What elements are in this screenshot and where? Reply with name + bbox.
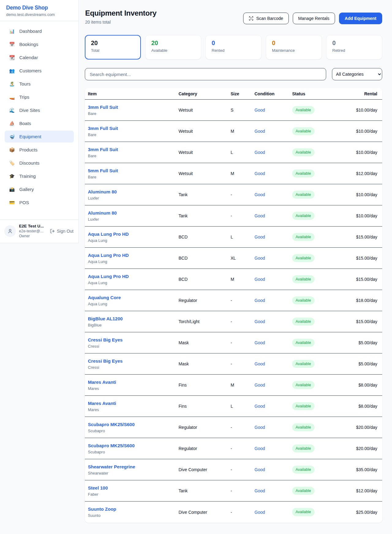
sidebar-item-pos[interactable]: 💳 POS xyxy=(5,196,74,208)
table-row: Mares Avanti Mares Fins L Good Available… xyxy=(85,396,382,417)
scan-barcode-button[interactable]: Scan Barcode xyxy=(243,13,289,24)
item-size: M xyxy=(231,171,254,176)
header-actions: Scan Barcode Manage Rentals Add Equipmen… xyxy=(243,13,382,24)
page-title: Equipment Inventory xyxy=(85,9,156,17)
sidebar-item-customers[interactable]: 👥 Customers xyxy=(5,65,74,77)
stat-card-retired[interactable]: 0 Retired xyxy=(326,35,382,59)
sidebar-item-discounts[interactable]: 🏷️ Discounts xyxy=(5,157,74,169)
condition-link[interactable]: Good xyxy=(254,361,265,366)
condition-link[interactable]: Good xyxy=(254,108,265,113)
item-brand: Bare xyxy=(88,111,179,116)
shop-domain: demo.test.divestreams.com xyxy=(6,12,72,17)
condition-link[interactable]: Good xyxy=(254,446,265,451)
status-badge: Available xyxy=(292,360,315,368)
status-badge: Available xyxy=(292,191,315,199)
sign-out-button[interactable]: Sign Out xyxy=(50,229,74,234)
dive-sites-icon: 🌊 xyxy=(9,108,15,113)
sidebar-item-calendar[interactable]: 📆 Calendar xyxy=(5,51,74,63)
condition-link[interactable]: Good xyxy=(254,256,265,261)
item-name-link[interactable]: 5mm Full Suit xyxy=(88,168,118,173)
sidebar-item-trips[interactable]: 🚤 Trips xyxy=(5,91,74,103)
condition-link[interactable]: Good xyxy=(254,235,265,239)
item-brand: Luxfer xyxy=(88,196,179,200)
sidebar-item-gallery[interactable]: 📸 Gallery xyxy=(5,183,74,195)
condition-link[interactable]: Good xyxy=(254,425,265,430)
calendar-icon: 📆 xyxy=(9,55,15,60)
logout-icon xyxy=(50,229,55,234)
item-name-link[interactable]: Mares Avanti xyxy=(88,401,116,406)
stat-card-rented[interactable]: 0 Rented xyxy=(205,35,262,59)
item-name-link[interactable]: Mares Avanti xyxy=(88,380,116,385)
table-row: Cressi Big Eyes Cressi Mask - Good Avail… xyxy=(85,332,382,353)
item-name-link[interactable]: Suunto Zoop xyxy=(88,506,116,512)
sidebar-item-dashboard[interactable]: 📊 Dashboard xyxy=(5,25,74,37)
manage-rentals-button[interactable]: Manage Rentals xyxy=(293,13,335,24)
item-size: - xyxy=(231,446,254,451)
sidebar-item-equipment[interactable]: 🤿 Equipment xyxy=(5,131,74,143)
condition-link[interactable]: Good xyxy=(254,467,265,472)
item-name-link[interactable]: Aqua Lung Pro HD xyxy=(88,253,129,258)
condition-link[interactable]: Good xyxy=(254,404,265,409)
table-row: Scubapro MK25/S600 Scubapro Regulator - … xyxy=(85,438,382,459)
condition-link[interactable]: Good xyxy=(254,510,265,515)
condition-link[interactable]: Good xyxy=(254,383,265,387)
condition-link[interactable]: Good xyxy=(254,488,265,493)
condition-link[interactable]: Good xyxy=(254,277,265,282)
condition-link[interactable]: Good xyxy=(254,150,265,155)
stat-card-available[interactable]: 20 Available xyxy=(145,35,201,59)
condition-link[interactable]: Good xyxy=(254,129,265,134)
item-name-link[interactable]: BigBlue AL1200 xyxy=(88,316,123,321)
item-brand: Cressi xyxy=(88,365,179,370)
sidebar-item-label: Bookings xyxy=(19,42,38,47)
item-name-link[interactable]: 3mm Full Suit xyxy=(88,147,118,152)
item-name-link[interactable]: Aluminum 80 xyxy=(88,189,117,194)
item-name-link[interactable]: Cressi Big Eyes xyxy=(88,358,123,364)
condition-link[interactable]: Good xyxy=(254,213,265,218)
category-select[interactable]: All Categories xyxy=(332,68,382,80)
item-name-link[interactable]: Aqualung Core xyxy=(88,295,121,300)
sidebar-item-training[interactable]: 🎓 Training xyxy=(5,170,74,182)
item-size: M xyxy=(231,383,254,387)
item-rental: $15.00/day xyxy=(341,256,382,261)
stat-card-maintenance[interactable]: 0 Maintenance xyxy=(266,35,322,59)
item-name-link[interactable]: Scubapro MK25/S600 xyxy=(88,443,135,448)
status-badge: Available xyxy=(292,233,315,241)
item-rental: $20.00/day xyxy=(341,425,382,430)
item-name-link[interactable]: 3mm Full Suit xyxy=(88,126,118,131)
status-badge: Available xyxy=(292,170,315,178)
table-row: Aqualung Core Aqua Lung Regulator - Good… xyxy=(85,290,382,311)
item-rental: $35.00/day xyxy=(341,467,382,472)
item-brand: Scubapro xyxy=(88,429,179,433)
item-name-link[interactable]: Aluminum 80 xyxy=(88,210,117,216)
sidebar-item-products[interactable]: 📦 Products xyxy=(5,144,74,156)
item-rental: $12.00/day xyxy=(341,171,382,176)
item-name-link[interactable]: 3mm Full Suit xyxy=(88,105,118,110)
item-rental: $5.00/day xyxy=(341,340,382,345)
condition-link[interactable]: Good xyxy=(254,340,265,345)
item-name-link[interactable]: Aqua Lung Pro HD xyxy=(88,274,129,279)
sidebar-item-dive-sites[interactable]: 🌊 Dive Sites xyxy=(5,104,74,116)
item-name-link[interactable]: Cressi Big Eyes xyxy=(88,337,123,342)
condition-link[interactable]: Good xyxy=(254,192,265,197)
condition-link[interactable]: Good xyxy=(254,319,265,324)
item-name-link[interactable]: Shearwater Peregrine xyxy=(88,464,135,469)
add-equipment-button[interactable]: Add Equipment xyxy=(339,13,382,24)
item-category: Regulator xyxy=(179,425,231,430)
condition-link[interactable]: Good xyxy=(254,171,265,176)
item-name-link[interactable]: Aqua Lung Pro HD xyxy=(88,231,129,237)
item-rental: $10.00/day xyxy=(341,213,382,218)
item-brand: Aqua Lung xyxy=(88,302,179,306)
item-size: - xyxy=(231,425,254,430)
sidebar-item-label: Training xyxy=(19,174,36,179)
sidebar-item-bookings[interactable]: 📅 Bookings xyxy=(5,38,74,50)
sidebar-item-tours[interactable]: 🏝️ Tours xyxy=(5,78,74,90)
item-rental: $15.00/day xyxy=(341,277,382,282)
item-name-link[interactable]: Scubapro MK25/S600 xyxy=(88,422,135,427)
item-name-link[interactable]: Steel 100 xyxy=(88,485,108,490)
item-brand: Bare xyxy=(88,132,179,137)
sidebar-item-label: Calendar xyxy=(19,55,38,60)
stat-card-total[interactable]: 20 Total xyxy=(85,35,141,59)
condition-link[interactable]: Good xyxy=(254,298,265,303)
search-input[interactable] xyxy=(85,68,326,80)
sidebar-item-boats[interactable]: ⛵ Boats xyxy=(5,117,74,129)
